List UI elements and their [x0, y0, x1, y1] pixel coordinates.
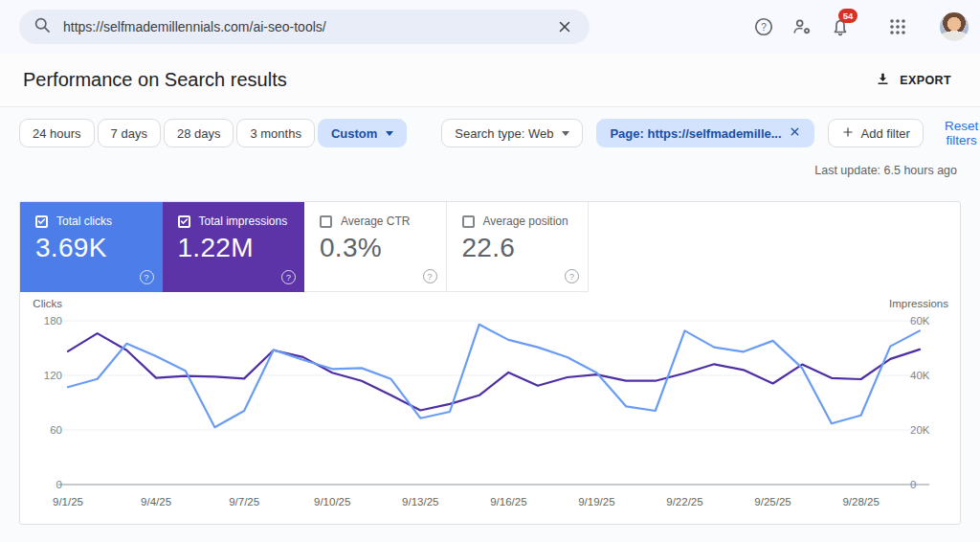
performance-card: Total clicks 3.69K ? Total impressions 1… [19, 201, 961, 525]
tile-total-clicks[interactable]: Total clicks 3.69K ? [20, 202, 163, 292]
search-icon [33, 15, 52, 38]
page-title: Performance on Search results [23, 69, 287, 91]
checkbox-checked-icon[interactable] [178, 215, 190, 228]
tile-label: Average CTR [341, 215, 410, 228]
topbar-actions: ? 54 [752, 12, 969, 41]
checkbox-checked-icon[interactable] [35, 215, 48, 228]
chevron-down-icon [562, 131, 569, 136]
page-filter-label: Page: https://selfmademille... [610, 126, 781, 141]
export-button[interactable]: EXPORT [869, 70, 957, 91]
reset-filters-link[interactable]: Reset filters [939, 118, 980, 148]
svg-text:0: 0 [910, 479, 916, 490]
performance-chart-svg: 18012060060K40K20K0ClicksImpressions9/1/… [20, 298, 962, 526]
export-label: EXPORT [900, 74, 951, 87]
svg-text:9/7/25: 9/7/25 [229, 496, 259, 508]
tile-value: 3.69K [35, 233, 151, 263]
range-24-hours[interactable]: 24 hours [19, 119, 95, 147]
range-7-days[interactable]: 7 days [98, 119, 161, 147]
profile-avatar[interactable] [940, 12, 969, 41]
range-28-days[interactable]: 28 days [164, 119, 234, 147]
range-custom[interactable]: Custom [318, 119, 407, 147]
help-icon[interactable]: ? [565, 269, 579, 283]
checkbox-unchecked-icon[interactable] [320, 215, 332, 228]
svg-text:20K: 20K [910, 424, 930, 436]
svg-text:9/28/25: 9/28/25 [842, 496, 879, 508]
add-filter-label: Add filter [861, 126, 910, 141]
svg-text:Impressions: Impressions [889, 298, 948, 309]
page-filter-chip[interactable]: Page: https://selfmademille... [596, 119, 813, 147]
svg-text:9/25/25: 9/25/25 [754, 496, 791, 508]
metric-tiles: Total clicks 3.69K ? Total impressions 1… [20, 202, 960, 292]
tile-label: Total clicks [56, 215, 112, 228]
svg-text:?: ? [761, 22, 767, 33]
svg-text:40K: 40K [910, 370, 930, 381]
svg-text:0: 0 [56, 479, 62, 490]
plus-icon [841, 125, 855, 142]
performance-chart[interactable]: 18012060060K40K20K0ClicksImpressions9/1/… [20, 298, 960, 526]
checkbox-unchecked-icon[interactable] [462, 215, 475, 228]
download-icon [875, 71, 891, 90]
user-settings-icon[interactable] [791, 15, 813, 38]
topbar: ? 54 [0, 0, 980, 54]
page-header: Performance on Search results EXPORT [0, 54, 980, 107]
notification-badge: 54 [838, 9, 858, 23]
apps-grid-icon[interactable] [886, 15, 909, 38]
range-custom-label: Custom [331, 126, 377, 141]
tile-value: 0.3% [320, 233, 434, 263]
svg-text:60: 60 [50, 424, 62, 436]
svg-text:9/1/25: 9/1/25 [53, 496, 83, 508]
search-type-label: Search type: Web [455, 126, 553, 141]
clear-search-icon[interactable] [553, 15, 576, 38]
svg-text:9/22/25: 9/22/25 [666, 496, 702, 508]
tile-value: 1.22M [178, 233, 294, 263]
range-3-months[interactable]: 3 months [236, 119, 314, 147]
property-search-box[interactable] [19, 10, 590, 44]
tile-label: Average position [483, 215, 568, 228]
search-type-filter[interactable]: Search type: Web [441, 119, 583, 147]
filters-row: 24 hours 7 days 28 days 3 months Custom … [0, 107, 980, 148]
svg-text:9/13/25: 9/13/25 [402, 496, 438, 508]
tile-value: 22.6 [462, 233, 577, 263]
last-update-text: Last update: 6.5 hours ago [0, 148, 980, 178]
svg-text:9/10/25: 9/10/25 [314, 496, 350, 508]
chevron-down-icon [386, 131, 393, 136]
tile-label: Total impressions [199, 215, 288, 228]
help-icon[interactable]: ? [281, 270, 296, 284]
date-range-group: 24 hours 7 days 28 days 3 months Custom [19, 119, 407, 147]
svg-text:9/16/25: 9/16/25 [490, 496, 526, 508]
help-icon[interactable]: ? [423, 269, 437, 283]
search-input[interactable] [61, 18, 544, 35]
notifications-bell-icon[interactable]: 54 [829, 15, 852, 38]
svg-text:180: 180 [44, 315, 62, 327]
remove-filter-icon[interactable] [789, 125, 801, 141]
svg-text:60K: 60K [910, 315, 930, 327]
svg-text:9/19/25: 9/19/25 [578, 496, 614, 508]
tile-total-impressions[interactable]: Total impressions 1.22M ? [163, 202, 305, 292]
svg-text:Clicks: Clicks [33, 298, 62, 309]
svg-text:9/4/25: 9/4/25 [141, 496, 171, 508]
add-filter-button[interactable]: Add filter [828, 119, 924, 147]
tile-average-ctr[interactable]: Average CTR 0.3% ? [304, 202, 447, 292]
help-icon[interactable]: ? [752, 15, 775, 38]
help-icon[interactable]: ? [140, 270, 154, 284]
svg-text:120: 120 [44, 370, 62, 381]
tile-average-position[interactable]: Average position 22.6 ? [447, 202, 590, 292]
